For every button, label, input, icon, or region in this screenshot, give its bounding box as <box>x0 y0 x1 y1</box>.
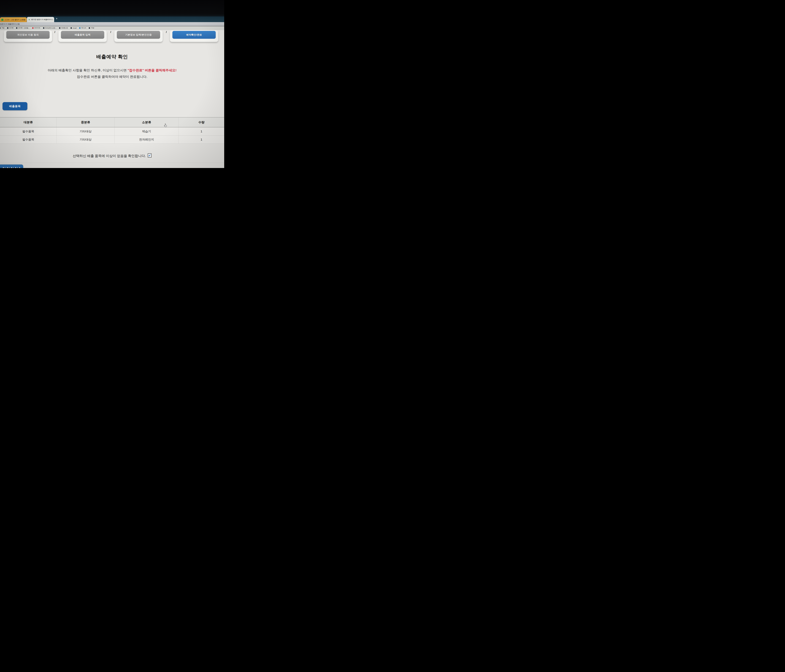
browser-tab-shopping[interactable]: 그고라 - 그린 챌린지 쇼핑몰(그 <box>0 17 27 22</box>
confirmation-row: 선택하신 배출 품목에 이상이 없음을 확인합니다. ✔ <box>0 154 224 158</box>
favicon-dot-icon <box>7 27 8 29</box>
confirm-checkbox[interactable]: ✔ <box>148 153 152 157</box>
favicon-dot-icon <box>32 27 34 29</box>
favicon-dot-icon <box>89 27 90 29</box>
step-separator: / <box>55 31 55 34</box>
step-tab-item-entry[interactable]: 배출품목 입력 <box>61 31 104 39</box>
browser-tab-strip: 그고라 - 그린 챌린지 쇼핑몰(그 e 폐가전 방문수거 배출예약시스템 + <box>0 17 224 22</box>
favicon-dot-icon <box>59 27 61 29</box>
reservation-tab-favicon-icon: e <box>28 19 30 21</box>
cell-major: 필수품목 <box>0 136 57 143</box>
bookmark-everytime[interactable]: Everytime 십일... <box>43 27 56 29</box>
instruction-red-emphasis: "접수완료" 버튼을 클릭해주세요! <box>128 69 177 72</box>
cell-middle: 기타대상 <box>57 127 115 136</box>
cell-quantity: 1 <box>179 127 224 136</box>
favicon-dot-icon <box>0 27 1 29</box>
step-tab-basic-info[interactable]: 기본정보 입력/본인인증 <box>117 31 160 39</box>
col-header-major: 대분류 <box>0 117 57 127</box>
favicon-dot-icon <box>16 27 17 29</box>
next-section-badge-cutoff <box>0 165 23 168</box>
address-text: 방문수거 배출예약시스템 <box>0 23 20 25</box>
favicon-dot-icon <box>43 27 44 29</box>
cell-major: 필수품목 <box>0 127 57 136</box>
browser-tab-active-reservation[interactable]: e 폐가전 방문수거 배출예약시스템 <box>27 17 54 22</box>
step-container-2: 배출품목 입력 <box>58 30 107 42</box>
step-container-4: 예약확인/완료 <box>170 30 218 42</box>
cell-middle: 기타대상 <box>57 136 115 143</box>
step-container-3: 기본정보 입력/본인인증 <box>114 30 163 42</box>
bookmark-coupang[interactable]: 쿠팡 <box>0 27 5 29</box>
cutoff-label-glyph-tops <box>3 167 20 168</box>
cell-quantity: 1 <box>179 136 224 143</box>
reservation-page: 개인정보 이용 동의 / 배출품목 입력 / 기본정보 입력/본인인증 / 예약… <box>0 30 224 168</box>
discharge-items-table: 대분류 중분류 소분류 수량 필수품목 기타대상 제습기 1 필수품목 기타대상… <box>0 117 224 144</box>
table-row: 필수품목 기타대상 전자레인지 1 <box>0 136 224 144</box>
section-badge-discharge-items: 배출품목 <box>3 102 27 110</box>
step-container-1: 개인정보 이용 동의 <box>4 30 52 42</box>
address-bar[interactable]: 방문수거 배출예약시스템 <box>0 22 224 26</box>
step-tab-confirm-complete[interactable]: 예약확인/완료 <box>172 31 216 39</box>
table-header-row: 대분류 중분류 소분류 수량 <box>0 117 224 127</box>
favicon-dot-icon <box>70 27 72 29</box>
instruction-line-1: 아래의 배출확인 사항을 확인 하신후, 이상이 없으시면 "접수완료" 버튼을… <box>0 68 224 72</box>
bookmark-himart[interactable]: 하이마트 <box>32 27 41 29</box>
bookmark-hmall[interactable]: Hmall <box>70 27 77 29</box>
instruction-line-2: 접수완료 버튼을 클릭하여야 예약이 완료됩니다. <box>0 75 224 79</box>
checkmark-icon: ✔ <box>149 154 151 157</box>
shopping-tab-favicon-icon <box>1 19 3 21</box>
col-header-quantity: 수량 <box>179 117 224 127</box>
confirmation-text: 선택하신 배출 품목에 이상이 없음을 확인합니다. <box>73 154 146 158</box>
step-separator: / <box>166 31 167 34</box>
monitor-photo: 그고라 - 그린 챌린지 쇼핑몰(그 e 폐가전 방문수거 배출예약시스템 + … <box>0 0 224 168</box>
new-tab-button[interactable]: + <box>56 17 58 20</box>
col-header-middle: 중분류 <box>57 117 115 127</box>
bookmark-gmarket[interactable]: G마켓 <box>7 27 13 29</box>
cell-minor: 제습기 <box>115 127 179 136</box>
cell-minor: 전자레인지 <box>115 136 179 143</box>
step-tab-privacy-consent[interactable]: 개인정보 이용 동의 <box>6 31 50 39</box>
bookmark-coupang2[interactable]: 쿠팡! <box>89 27 94 29</box>
page-title: 배출예약 확인 <box>0 53 224 60</box>
mouse-cursor-pointer-icon <box>164 123 167 128</box>
table-row: 필수품목 기타대상 제습기 1 <box>0 127 224 136</box>
favicon-dot-icon <box>79 27 81 29</box>
step-separator: / <box>110 31 111 34</box>
bookmarks-bar: 쿠팡 G마켓 G마켓 - 쇼핑을... 하이마트 Everytime 십일...… <box>0 26 224 30</box>
bookmark-gmarket-shop[interactable]: G마켓 - 쇼핑을... <box>16 27 29 29</box>
tab-title: 그고라 - 그린 챌린지 쇼핑몰(그 <box>5 19 25 21</box>
tab-title: 폐가전 방문수거 배출예약시스템 <box>31 19 53 21</box>
col-header-minor: 소분류 <box>115 117 179 127</box>
monitor-bezel <box>0 0 224 17</box>
bookmark-nshome[interactable]: NS홈쇼핑 <box>59 27 68 29</box>
bookmark-yes24[interactable]: 예스24 <box>79 27 86 29</box>
